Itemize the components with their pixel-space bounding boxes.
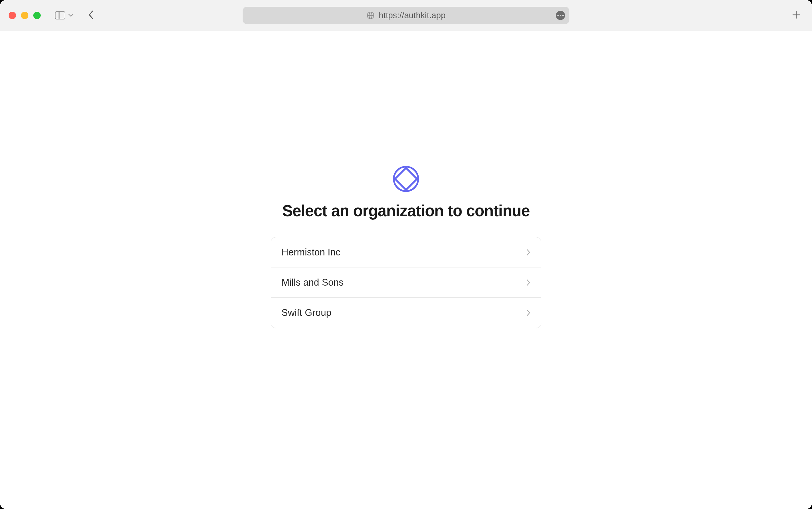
traffic-lights xyxy=(9,12,41,19)
logo-icon xyxy=(392,165,420,193)
window-minimize-button[interactable] xyxy=(21,12,28,19)
address-bar[interactable]: https://authkit.app xyxy=(243,7,569,24)
app-logo xyxy=(392,165,420,194)
url-text: https://authkit.app xyxy=(379,11,446,20)
page-content: Select an organization to continue Hermi… xyxy=(0,31,812,509)
svg-rect-6 xyxy=(395,168,417,190)
organization-item[interactable]: Swift Group xyxy=(271,298,541,328)
sidebar-icon xyxy=(55,11,65,20)
organization-name: Hermiston Inc xyxy=(282,247,340,258)
organization-item[interactable]: Hermiston Inc xyxy=(271,237,541,267)
window-maximize-button[interactable] xyxy=(33,12,41,19)
page-heading: Select an organization to continue xyxy=(282,202,530,220)
globe-icon xyxy=(367,11,375,20)
browser-window: https://authkit.app Select an organizati… xyxy=(0,0,812,509)
browser-toolbar: https://authkit.app xyxy=(0,0,812,31)
plus-icon xyxy=(792,10,801,20)
chevron-right-icon xyxy=(526,309,530,316)
back-button[interactable] xyxy=(88,10,94,21)
new-tab-button[interactable] xyxy=(792,10,801,21)
chevron-down-icon xyxy=(68,14,73,17)
organization-item[interactable]: Mills and Sons xyxy=(271,267,541,298)
organization-list: Hermiston Inc Mills and Sons Swift Group xyxy=(271,237,541,328)
chevron-right-icon xyxy=(526,249,530,256)
page-actions-button[interactable] xyxy=(556,11,565,20)
organization-name: Swift Group xyxy=(282,307,331,318)
sidebar-toggle[interactable] xyxy=(55,11,73,20)
chevron-left-icon xyxy=(88,10,94,20)
auth-panel: Select an organization to continue Hermi… xyxy=(271,165,541,509)
chevron-right-icon xyxy=(526,279,530,286)
svg-point-5 xyxy=(394,167,418,191)
window-close-button[interactable] xyxy=(9,12,16,19)
organization-name: Mills and Sons xyxy=(282,277,344,288)
